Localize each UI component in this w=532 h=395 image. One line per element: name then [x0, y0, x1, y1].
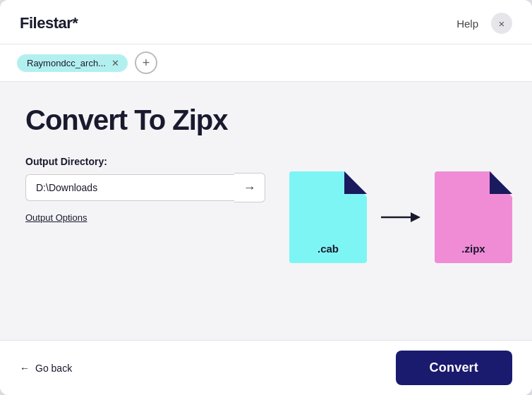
target-file-icon: .zipx: [435, 171, 512, 263]
svg-marker-1: [411, 212, 421, 222]
add-tab-button[interactable]: +: [135, 51, 157, 74]
arrow-svg: [380, 207, 422, 228]
convert-button[interactable]: Convert: [396, 351, 512, 385]
file-tab-name: Raymondcc_arch...: [27, 58, 106, 68]
header-right: Help ×: [457, 13, 512, 34]
source-file-icon: .cab: [289, 171, 367, 263]
app-logo: Filestar*: [20, 14, 78, 32]
output-directory-label: Output Directory:: [25, 156, 295, 167]
output-directory-input[interactable]: [25, 174, 234, 201]
go-back-label: Go back: [35, 363, 72, 374]
left-panel: Convert To Zipx Output Directory: → Outp…: [25, 104, 295, 323]
header: Filestar* Help ×: [0, 0, 532, 44]
arrow-left-icon: ←: [20, 363, 30, 374]
plus-icon: +: [143, 56, 150, 71]
target-file-label: .zipx: [461, 243, 485, 255]
output-directory-row: →: [25, 173, 265, 202]
close-icon: ×: [499, 18, 505, 30]
page-title: Convert To Zipx: [25, 104, 295, 136]
source-file-fold: [344, 171, 367, 194]
main-content: Convert To Zipx Output Directory: → Outp…: [0, 82, 532, 340]
file-tab[interactable]: Raymondcc_arch... ✕: [17, 54, 128, 72]
close-button[interactable]: ×: [491, 13, 512, 34]
source-file-label: .cab: [318, 243, 339, 255]
help-button[interactable]: Help: [457, 18, 478, 30]
browse-button[interactable]: →: [234, 173, 265, 202]
conversion-arrow: [380, 207, 422, 228]
file-tab-close-button[interactable]: ✕: [111, 59, 119, 68]
tab-bar: Raymondcc_arch... ✕ +: [0, 44, 532, 82]
target-file-fold: [490, 171, 512, 194]
arrow-right-icon: →: [243, 181, 256, 195]
app-window: Filestar* Help × Raymondcc_arch... ✕ + C…: [0, 0, 532, 395]
footer: ← Go back Convert: [0, 340, 532, 395]
conversion-illustration: .cab .zipx: [289, 171, 512, 263]
output-options-link[interactable]: Output Options: [25, 212, 295, 223]
right-panel: .cab .zipx: [295, 104, 507, 323]
go-back-button[interactable]: ← Go back: [20, 363, 72, 374]
